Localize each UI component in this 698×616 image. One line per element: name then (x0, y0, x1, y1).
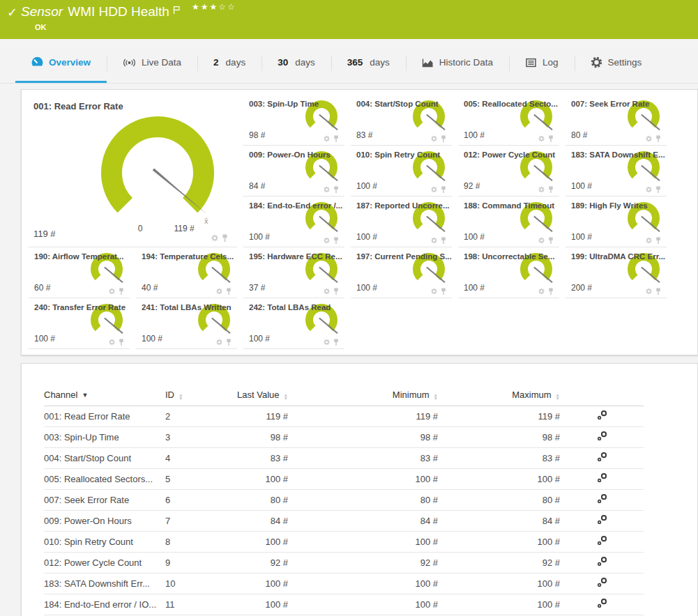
pin-icon[interactable] (547, 134, 554, 143)
table-row[interactable]: 001: Read Error Rate 2 119 # 119 # 119 # (44, 406, 644, 426)
pin-icon[interactable] (440, 134, 447, 143)
channel-gear-icon[interactable] (108, 287, 116, 295)
cell-channel[interactable]: 005: Reallocated Sectors... (44, 468, 165, 489)
gauge-tile[interactable]: 005: Reallocated Secto... 100 # (458, 95, 559, 146)
table-row[interactable]: 012: Power Cycle Count 9 92 # 92 # 92 # (44, 552, 644, 573)
gauge-actions[interactable] (430, 134, 447, 143)
gauge-actions[interactable] (645, 134, 662, 143)
edit-channel-gears-icon[interactable] (596, 535, 608, 546)
gauge-actions[interactable] (538, 185, 554, 194)
pin-icon[interactable] (547, 185, 554, 194)
gauge-tile[interactable]: 012: Power Cycle Count 92 # (458, 146, 559, 197)
channel-gear-icon[interactable] (215, 287, 223, 295)
gauge-tile[interactable]: 198: Uncorrectable Se... 100 # (458, 247, 559, 298)
gauge-tile[interactable]: 242: Total LBAs Read 100 # (243, 298, 344, 349)
table-row[interactable]: 184: End-to-End error / IO... 11 100 # 1… (44, 594, 644, 615)
pin-icon[interactable] (333, 287, 340, 295)
table-row[interactable]: 010: Spin Retry Count 8 100 # 100 # 100 … (44, 531, 644, 552)
gauge-actions[interactable] (645, 236, 662, 245)
channel-gear-icon[interactable] (108, 338, 116, 346)
pin-icon[interactable] (440, 185, 447, 194)
pin-icon[interactable] (333, 134, 340, 143)
gauge-tile[interactable]: 183: SATA Downshift E... 100 # (566, 146, 667, 197)
table-row[interactable]: 183: SATA Downshift Err... 10 100 # 100 … (44, 573, 644, 594)
gauge-actions[interactable] (538, 287, 554, 295)
gauge-actions[interactable] (538, 236, 554, 245)
gauge-tile[interactable]: 003: Spin-Up Time 98 # (243, 95, 344, 146)
channel-gear-icon[interactable] (430, 236, 438, 245)
table-row[interactable]: 009: Power-On Hours 7 84 # 84 # 84 # (44, 510, 644, 531)
edit-channel-gears-icon[interactable] (596, 514, 608, 525)
gauge-tile[interactable]: 241: Total LBAs Written 100 # (136, 298, 237, 349)
pin-icon[interactable] (547, 287, 554, 295)
channel-gear-icon[interactable] (323, 236, 331, 245)
cell-channel[interactable]: 009: Power-On Hours (44, 510, 165, 531)
tab-365-days[interactable]: 365 days (331, 44, 406, 83)
cell-channel[interactable]: 001: Read Error Rate (44, 406, 165, 426)
gauge-tile[interactable]: 199: UltraDMA CRC Err... 200 # (566, 247, 667, 298)
edit-channel-gears-icon[interactable] (596, 598, 608, 609)
channel-gear-icon[interactable] (323, 287, 331, 295)
pin-icon[interactable] (655, 287, 662, 295)
cell-channel[interactable]: 012: Power Cycle Count (44, 552, 165, 573)
channel-gear-icon[interactable] (323, 338, 331, 346)
gauge-actions[interactable] (430, 185, 447, 194)
column-header-channel[interactable]: Channel▼ (44, 385, 165, 406)
edit-channel-gears-icon[interactable] (596, 493, 608, 505)
gauge-tile[interactable]: 187: Reported Uncorre... 100 # (351, 197, 452, 247)
pin-icon[interactable] (547, 236, 554, 245)
gauge-tile[interactable]: 007: Seek Error Rate 80 # (566, 95, 667, 146)
channel-gear-icon[interactable] (538, 185, 545, 194)
gauge-actions[interactable] (323, 134, 340, 143)
pin-icon[interactable] (225, 287, 232, 295)
pin-icon[interactable] (118, 338, 125, 346)
cell-channel[interactable]: 010: Spin Retry Count (44, 531, 165, 552)
column-header-id[interactable]: ID▲▼ (165, 385, 236, 406)
channel-gear-icon[interactable] (215, 338, 223, 346)
gauge-actions[interactable] (323, 236, 340, 245)
gauge-actions[interactable] (108, 338, 125, 346)
tab-overview[interactable]: Overview (15, 44, 107, 83)
channel-gear-icon[interactable] (430, 287, 438, 295)
tab-30-days[interactable]: 30 days (261, 44, 331, 83)
gauge-actions[interactable] (215, 338, 232, 346)
cell-channel[interactable]: 184: End-to-End error / IO... (44, 594, 165, 615)
tab-2-days[interactable]: 2 days (197, 44, 261, 83)
channel-gear-icon[interactable] (645, 134, 653, 143)
gauge-tile[interactable]: 190: Airflow Temperat... 60 # (29, 247, 130, 298)
gauge-tile[interactable]: 194: Temperature Cels... 40 # (136, 247, 237, 298)
column-header-minimum[interactable]: Minimum▲▼ (288, 385, 438, 406)
cell-channel[interactable]: 183: SATA Downshift Err... (44, 573, 165, 594)
edit-channel-gears-icon[interactable] (596, 410, 608, 421)
channel-gear-icon[interactable] (323, 134, 331, 143)
gauge-tile[interactable]: 195: Hardware ECC Re... 37 # (243, 247, 344, 298)
pin-icon[interactable] (655, 185, 662, 194)
edit-channel-gears-icon[interactable] (596, 472, 608, 484)
gauge-actions[interactable] (645, 185, 662, 194)
tab-log[interactable]: Log (509, 44, 575, 83)
gauge-actions[interactable] (430, 236, 447, 245)
gauge-actions[interactable] (211, 233, 229, 242)
table-row[interactable]: 005: Reallocated Sectors... 5 100 # 100 … (44, 468, 644, 489)
channel-gear-icon[interactable] (645, 236, 653, 245)
gauge-actions[interactable] (108, 287, 125, 295)
cell-channel[interactable]: 004: Start/Stop Count (44, 447, 165, 468)
pin-icon[interactable] (221, 233, 229, 242)
tab-settings[interactable]: Settings (575, 44, 658, 83)
channel-gear-icon[interactable] (430, 185, 438, 194)
channel-gear-icon[interactable] (538, 287, 545, 295)
channel-gear-icon[interactable] (645, 287, 653, 295)
pin-icon[interactable] (118, 287, 125, 295)
gauge-actions[interactable] (538, 134, 554, 143)
gauge-tile[interactable]: 010: Spin Retry Count 100 # (351, 146, 452, 197)
cell-channel[interactable]: 003: Spin-Up Time (44, 426, 165, 447)
gauge-tile[interactable]: 188: Command Timeout 100 # (458, 197, 559, 247)
gauge-tile[interactable]: 197: Current Pending S... 100 # (351, 247, 452, 298)
channel-gear-icon[interactable] (645, 185, 653, 194)
channel-gear-icon[interactable] (430, 134, 438, 143)
cell-channel[interactable]: 007: Seek Error Rate (44, 489, 165, 510)
table-row[interactable]: 007: Seek Error Rate 6 80 # 80 # 80 # (44, 489, 644, 510)
table-row[interactable]: 004: Start/Stop Count 4 83 # 83 # 83 # (44, 447, 644, 468)
pin-icon[interactable] (440, 236, 447, 245)
priority-stars[interactable]: ★★★☆☆ (192, 2, 236, 12)
